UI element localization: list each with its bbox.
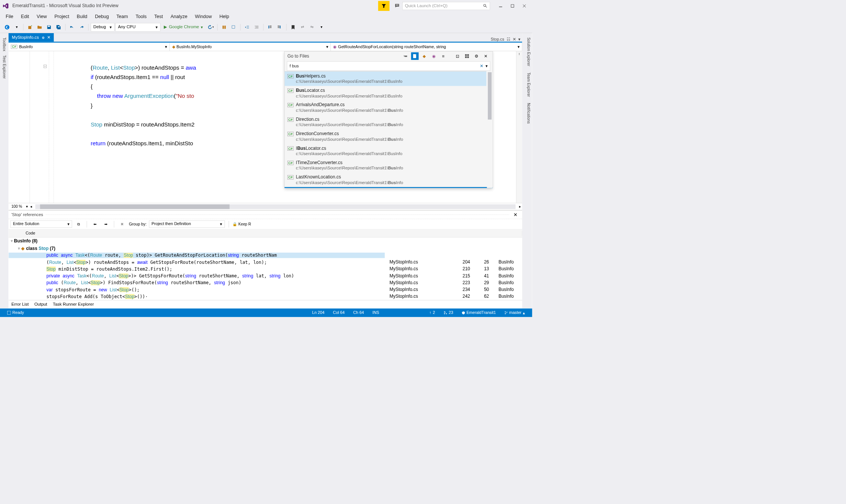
nav-forward-button[interactable]: ▾	[12, 23, 21, 32]
refs-row[interactable]: Stop minDistStop = routeAndStops.Item2.F…	[9, 266, 522, 273]
tb-icon-2[interactable]	[229, 23, 238, 32]
active-tab[interactable]: MyStopInfo.cs ⊕ ✕	[9, 33, 54, 42]
goto-result-item[interactable]: C#ArrivalsAndDeparture.csc:\Users\kaseyu…	[284, 100, 486, 115]
goto-settings-icon[interactable]: ⚙	[473, 52, 480, 60]
tb-lines2-icon[interactable]: ⇆	[308, 23, 316, 32]
menu-team[interactable]: Team	[113, 12, 132, 21]
scope-combo[interactable]: C#BusInfo▾	[9, 43, 170, 51]
redo-button[interactable]	[77, 23, 86, 32]
tabs-overflow-icon[interactable]: ☷	[507, 37, 510, 41]
tb-bookmark-icon[interactable]	[289, 23, 298, 32]
refs-scope-combo[interactable]: Entire Solution▾	[11, 221, 72, 228]
test-explorer-tab[interactable]: Test Explorer	[2, 53, 7, 80]
code-editor[interactable]: − (Route, List<Stop>) routeAndStops = aw…	[9, 51, 522, 203]
feedback-icon[interactable]	[393, 2, 402, 10]
tabs-close-icon[interactable]: ✕	[513, 37, 516, 41]
menu-help[interactable]: Help	[215, 12, 233, 21]
menu-analyze[interactable]: Analyze	[167, 12, 191, 21]
zoom-level[interactable]: 100 %	[9, 204, 25, 209]
menu-build[interactable]: Build	[73, 12, 91, 21]
goto-result-item[interactable]: C#IBusLocator.csc:\Users\kaseyu\Source\R…	[284, 144, 486, 158]
close-tab-icon[interactable]: ✕	[47, 35, 50, 40]
type-combo[interactable]: ◆BusInfo.MyStopInfo▾	[170, 43, 331, 51]
refs-group-class[interactable]: ▿◆class Stop (7)	[9, 245, 522, 252]
menu-tools[interactable]: Tools	[132, 12, 151, 21]
status-ch[interactable]: Ch 64	[349, 311, 368, 315]
goto-result-item[interactable]: C#ITimeZoneConverter.csc:\Users\kaseyu\S…	[284, 158, 486, 172]
tb-uncomment-icon[interactable]	[275, 23, 284, 32]
goto-type-icon[interactable]: ◆	[420, 52, 428, 60]
minimize-button[interactable]	[495, 1, 506, 11]
preview-filter-icon[interactable]	[378, 1, 389, 11]
menu-debug[interactable]: Debug	[91, 12, 113, 21]
refs-group-project[interactable]: ▿BusInfo (8)	[9, 238, 522, 245]
menu-test[interactable]: Test	[150, 12, 166, 21]
refs-row[interactable]: private async Task<(Route, List<Stop>)> …	[9, 273, 522, 279]
close-button[interactable]	[518, 1, 530, 11]
save-button[interactable]	[45, 23, 53, 32]
menu-view[interactable]: View	[33, 12, 50, 21]
team-explorer-tab[interactable]: Team Explorer	[524, 70, 532, 99]
status-ins[interactable]: INS	[368, 311, 425, 315]
goto-line-icon[interactable]: ≔	[402, 52, 409, 60]
open-file-button[interactable]	[35, 23, 44, 32]
goto-symbol-icon[interactable]: ≡	[440, 52, 447, 60]
refs-next-icon[interactable]: ➡	[102, 220, 110, 228]
tabs-dropdown-icon[interactable]: ▾	[518, 37, 521, 41]
status-pr[interactable]: 23	[439, 310, 457, 315]
goto-close-icon[interactable]: ✕	[482, 52, 490, 60]
goto-search-input[interactable]: f bus ✕ ▾	[287, 61, 490, 71]
menu-window[interactable]: Window	[191, 12, 215, 21]
tb-outdent-icon[interactable]	[243, 23, 252, 32]
status-line[interactable]: Ln 204	[308, 311, 328, 315]
goto-result-item[interactable]: C#Direction.csc:\Users\kaseyu\Source\Rep…	[284, 115, 486, 129]
tb-icon-1[interactable]	[220, 23, 229, 32]
refs-close-icon[interactable]: ✕	[512, 211, 519, 218]
error-list-tab[interactable]: Error List	[11, 302, 29, 307]
save-all-button[interactable]	[54, 23, 63, 32]
vertical-scrollmap[interactable]: ↕	[516, 51, 522, 203]
preview-tab[interactable]: Stop.cs	[491, 37, 504, 42]
keep-results-label[interactable]: 🔒 Keep R	[232, 222, 251, 226]
task-runner-tab[interactable]: Task Runner Explorer	[53, 302, 94, 307]
col-code[interactable]: Code	[23, 231, 522, 236]
nav-back-button[interactable]	[3, 23, 12, 32]
menu-edit[interactable]: Edit	[17, 12, 33, 21]
browser-refresh-button[interactable]: ▾	[206, 23, 215, 32]
notifications-tab[interactable]: Notifications	[524, 100, 532, 126]
goto-member-icon[interactable]: ◉	[430, 52, 438, 60]
output-tab[interactable]: Output	[34, 302, 47, 307]
menu-project[interactable]: Project	[50, 12, 73, 21]
tb-lines-icon[interactable]: ⇄	[298, 23, 307, 32]
undo-button[interactable]	[68, 23, 76, 32]
outline-collapse-icon[interactable]: −	[44, 65, 47, 68]
status-col[interactable]: Col 64	[329, 311, 349, 315]
goto-result-item[interactable]: C#DirectionConverter.csc:\Users\kaseyu\S…	[284, 129, 486, 143]
new-project-button[interactable]	[26, 23, 35, 32]
refs-row[interactable]: (Route, List<Stop>) routeAndStops = awai…	[9, 259, 522, 265]
goto-result-item[interactable]: C#BusLocator.csc:\Users\kaseyu\Source\Re…	[284, 86, 486, 100]
menu-file[interactable]: File	[2, 12, 17, 21]
refs-prev-icon[interactable]: ⬅	[91, 220, 99, 228]
refs-row[interactable]: public async Task<(Route route, Stop sto…	[9, 252, 522, 259]
config-dropdown[interactable]: Debug▾	[91, 23, 115, 32]
refs-row[interactable]: var stopsForRoute = new List<Stop>();MyS…	[9, 286, 522, 293]
refs-copy-icon[interactable]: ⧉	[75, 220, 83, 228]
start-debug-button[interactable]: Google Chrome ▾	[161, 23, 205, 32]
horizontal-scrollbar[interactable]	[35, 204, 516, 209]
goto-result-item[interactable]: C#LastKnownLocation.csc:\Users\kaseyu\So…	[284, 173, 486, 187]
pin-icon[interactable]: ⊕	[42, 35, 45, 39]
maximize-button[interactable]	[507, 1, 518, 11]
refs-row[interactable]: stopsForRoute Add(s ToObject<Stop>())·My…	[9, 293, 522, 300]
goto-scrollbar[interactable]	[487, 72, 493, 188]
toolbox-tab[interactable]: Toolbox	[2, 35, 7, 53]
tb-comment-icon[interactable]	[266, 23, 275, 32]
tb-more-icon[interactable]: ▾	[317, 23, 326, 32]
status-publish[interactable]: ↑ 2	[425, 310, 439, 315]
member-combo[interactable]: ◉GetRouteAndStopForLocation(string route…	[331, 43, 522, 51]
refs-clear-icon[interactable]: ✖	[118, 220, 127, 228]
status-repo[interactable]: EmeraldTransit1	[458, 310, 500, 315]
groupby-combo[interactable]: Project then Definition▾	[149, 221, 224, 228]
clear-search-icon[interactable]: ✕	[480, 64, 483, 69]
goto-view1-icon[interactable]: ⊡	[454, 52, 461, 60]
